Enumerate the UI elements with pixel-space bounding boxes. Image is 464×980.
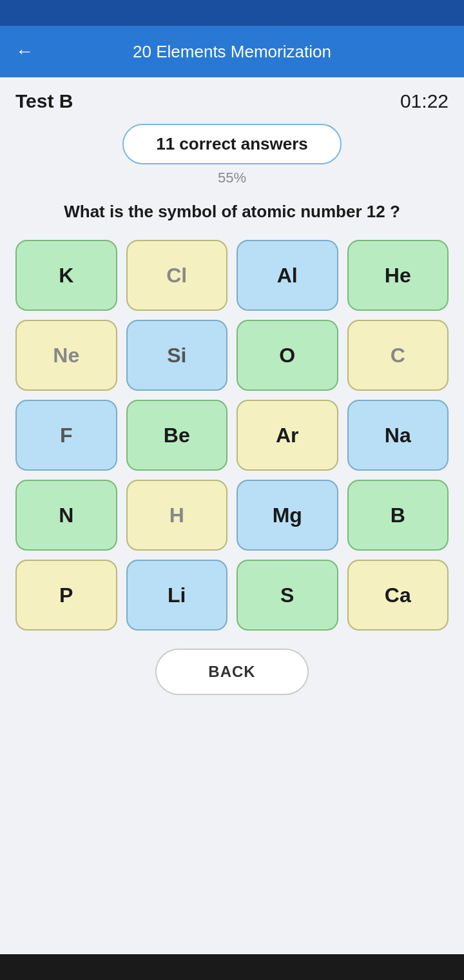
element-btn-h[interactable]: H <box>126 480 228 551</box>
element-grid: KClAlHeNeSiOCFBeArNaNHMgBPLiSCa <box>15 240 449 631</box>
element-btn-mg[interactable]: Mg <box>237 480 338 551</box>
element-btn-be[interactable]: Be <box>126 400 228 471</box>
element-btn-cl[interactable]: Cl <box>126 240 228 311</box>
element-btn-li[interactable]: Li <box>126 560 228 631</box>
element-btn-ar[interactable]: Ar <box>237 400 338 471</box>
element-btn-b[interactable]: B <box>347 480 449 551</box>
app-bar: ← 20 Elements Memorization <box>0 26 464 77</box>
element-btn-o[interactable]: O <box>237 320 338 391</box>
element-btn-ca[interactable]: Ca <box>347 560 449 631</box>
score-percent: 55% <box>218 170 246 186</box>
element-btn-na[interactable]: Na <box>347 400 449 471</box>
test-header: Test B 01:22 <box>15 90 449 112</box>
element-btn-s[interactable]: S <box>237 560 338 631</box>
app-bar-title: 20 Elements Memorization <box>15 42 449 62</box>
score-badge: 11 correct answers <box>122 124 342 164</box>
element-btn-f[interactable]: F <box>15 400 117 471</box>
element-btn-c[interactable]: C <box>347 320 449 391</box>
element-btn-he[interactable]: He <box>347 240 449 311</box>
content-area: Test B 01:22 11 correct answers 55% What… <box>0 77 464 954</box>
element-btn-k[interactable]: K <box>15 240 117 311</box>
status-bar <box>0 0 464 26</box>
element-btn-p[interactable]: P <box>15 560 117 631</box>
bottom-bar <box>0 954 464 980</box>
element-btn-ne[interactable]: Ne <box>15 320 117 391</box>
back-button[interactable]: BACK <box>155 649 308 695</box>
question-text: What is the symbol of atomic number 12 ? <box>64 202 400 222</box>
element-btn-al[interactable]: Al <box>237 240 338 311</box>
test-label: Test B <box>15 90 73 112</box>
element-btn-n[interactable]: N <box>15 480 117 551</box>
timer: 01:22 <box>400 90 449 112</box>
element-btn-si[interactable]: Si <box>126 320 228 391</box>
